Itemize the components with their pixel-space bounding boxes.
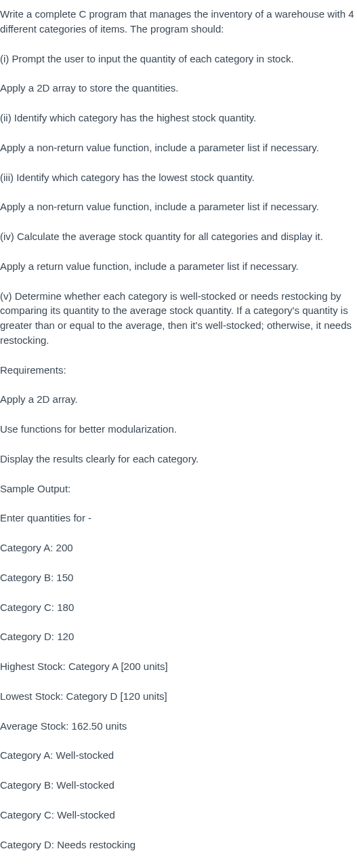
paragraph-cat-c-input: Category C: 180 [0, 600, 357, 615]
paragraph-enter-quantities: Enter quantities for - [0, 511, 357, 526]
paragraph-req-functions: Use functions for better modularization. [0, 422, 357, 437]
paragraph-req-display: Display the results clearly for each cat… [0, 452, 357, 467]
paragraph-item-v: (v) Determine whether each category is w… [0, 289, 357, 348]
paragraph-item-ii: (ii) Identify which category has the hig… [0, 111, 357, 125]
paragraph-lowest-stock: Lowest Stock: Category D [120 units] [0, 689, 357, 704]
paragraph-requirements-heading: Requirements: [0, 363, 357, 378]
paragraph-cat-b-status: Category B: Well-stocked [0, 778, 357, 793]
paragraph-cat-d-status: Category D: Needs restocking [0, 837, 357, 852]
paragraph-cat-a-status: Category A: Well-stocked [0, 748, 357, 763]
document-body: Write a complete C program that manages … [0, 0, 357, 865]
paragraph-apply-2d-array: Apply a 2D array to store the quantities… [0, 81, 357, 96]
paragraph-cat-a-input: Category A: 200 [0, 540, 357, 555]
paragraph-average-stock: Average Stock: 162.50 units [0, 719, 357, 734]
paragraph-item-iv: (iv) Calculate the average stock quantit… [0, 229, 357, 244]
paragraph-intro: Write a complete C program that manages … [0, 7, 357, 37]
paragraph-item-i: (i) Prompt the user to input the quantit… [0, 52, 357, 66]
paragraph-cat-d-input: Category D: 120 [0, 629, 357, 644]
paragraph-sample-output-heading: Sample Output: [0, 481, 357, 496]
paragraph-apply-nonreturn-1: Apply a non-return value function, inclu… [0, 140, 357, 155]
paragraph-item-iii: (iii) Identify which category has the lo… [0, 170, 357, 185]
paragraph-cat-c-status: Category C: Well-stocked [0, 808, 357, 823]
paragraph-apply-return: Apply a return value function, include a… [0, 259, 357, 274]
paragraph-req-2d-array: Apply a 2D array. [0, 392, 357, 407]
paragraph-cat-b-input: Category B: 150 [0, 570, 357, 585]
paragraph-highest-stock: Highest Stock: Category A [200 units] [0, 659, 357, 674]
paragraph-apply-nonreturn-2: Apply a non-return value function, inclu… [0, 199, 357, 214]
